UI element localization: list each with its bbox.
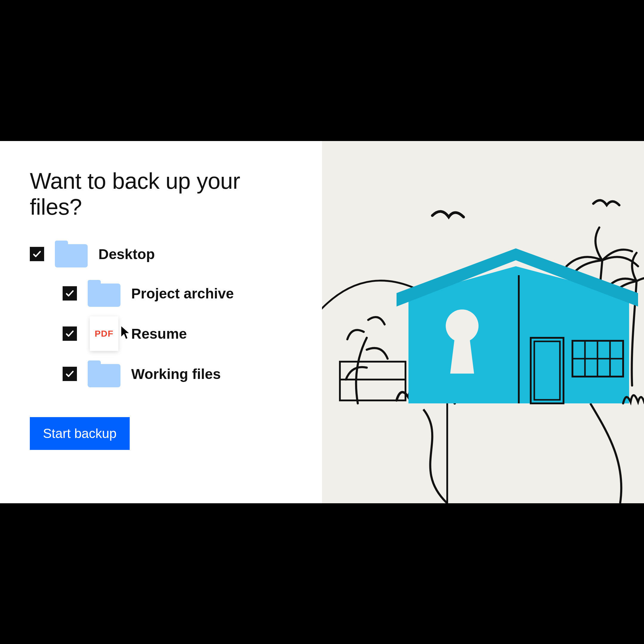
house-illustration — [322, 141, 644, 503]
left-pane: Want to back up your files? Desktop Proj… — [0, 141, 322, 503]
cursor-icon — [120, 325, 132, 340]
svg-point-4 — [446, 309, 479, 342]
tree-row-desktop[interactable]: Desktop — [30, 241, 298, 267]
checkbox-checked-icon[interactable] — [63, 286, 77, 301]
file-tree: Desktop Project archive PDF — [30, 241, 298, 387]
tree-row-working-files[interactable]: Working files — [30, 360, 298, 387]
item-label: Resume — [131, 326, 187, 342]
illustration-pane — [322, 141, 644, 503]
pdf-badge: PDF — [95, 329, 114, 339]
checkbox-checked-icon[interactable] — [30, 247, 44, 261]
dialog-title: Want to back up your files? — [30, 168, 298, 220]
pdf-file-icon: PDF — [90, 316, 118, 351]
start-backup-button[interactable]: Start backup — [30, 417, 130, 450]
folder-icon — [88, 360, 120, 387]
checkbox-checked-icon[interactable] — [63, 367, 77, 381]
item-label: Project archive — [131, 285, 234, 302]
tree-row-project-archive[interactable]: Project archive — [30, 280, 298, 307]
tree-row-resume[interactable]: PDF Resume — [30, 319, 298, 348]
checkbox-checked-icon[interactable] — [63, 326, 77, 341]
folder-icon — [55, 241, 88, 267]
backup-dialog: Want to back up your files? Desktop Proj… — [0, 141, 644, 503]
folder-icon — [88, 280, 120, 307]
item-label: Working files — [131, 366, 221, 382]
item-label: Desktop — [98, 246, 155, 262]
